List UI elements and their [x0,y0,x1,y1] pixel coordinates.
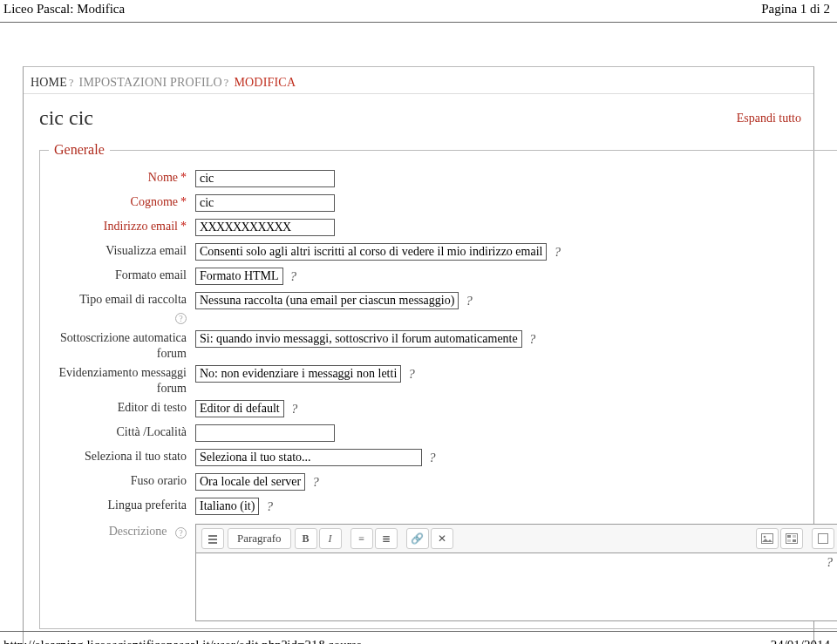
chevron-right-icon: ? [69,77,74,89]
svg-rect-9 [793,539,796,542]
label-cognome-text: Cognome [131,195,178,208]
select-raccolta[interactable]: Nessuna raccolta (una email per ciascun … [195,292,459,309]
chevron-right-icon: ? [224,77,229,89]
editor-textarea[interactable]: ? [195,553,837,621]
help-icon[interactable]: ? [464,294,474,308]
help-icon[interactable]: ? [289,402,300,417]
toolbar-link-icon[interactable]: 🔗 [406,528,429,549]
legend-generale[interactable]: Generale [49,142,110,158]
toolbar-unlink-icon[interactable]: ✕ [431,528,453,549]
tab-home[interactable]: HOME? [29,72,76,93]
footer-date: 24/01/2014 [771,638,830,644]
label-editor: Editor di testo [49,400,195,416]
tab-modifica-label: MODIFICA [234,76,296,89]
label-nome-text: Nome [148,171,178,184]
svg-rect-0 [208,535,217,537]
select-formato-email[interactable]: Formato HTML [195,268,283,285]
user-heading: cic cic [39,106,798,130]
svg-rect-1 [208,539,217,540]
label-email-text: Indirizzo email [104,220,178,233]
input-citta[interactable] [195,424,335,442]
label-fuso: Fuso orario [49,473,195,489]
label-visualizza-email: Visualizza email [49,243,195,259]
tab-modifica[interactable]: MODIFICA [232,72,297,93]
label-cognome: Cognome* [49,194,195,210]
select-stato[interactable]: Seleziona il tuo stato... [195,449,422,466]
toolbar-italic-icon[interactable]: I [319,528,342,549]
help-icon[interactable]: ? [527,332,538,347]
required-icon: * [180,195,187,208]
svg-point-4 [764,536,766,539]
select-evidenziamento[interactable]: No: non evidenziare i messaggi non letti [195,365,401,383]
toolbar-paragraph-select[interactable]: Paragrafo [228,528,291,549]
help-icon[interactable]: ? [427,451,438,465]
help-circle-icon[interactable]: ? [175,313,187,324]
label-raccolta: Tipo email di raccolta ? [49,292,195,308]
label-citta: Città /Località [49,424,195,440]
label-lingua: Lingua preferita [49,498,195,513]
tab-impostazioni-profilo[interactable]: IMPOSTAZIONI PROFILO? [78,72,231,93]
main-panel: HOME? IMPOSTAZIONI PROFILO? MODIFICA cic… [23,66,814,644]
expand-all-link[interactable]: Espandi tutto [737,112,801,125]
editor-toolbar: Paragrafo B I ≡ ≣ 🔗 ✕ [195,524,837,553]
select-sottoscrizione[interactable]: Si: quando invio messaggi, sottoscrivo i… [195,330,522,348]
input-email[interactable] [195,219,335,236]
help-circle-icon[interactable]: ? [175,527,187,539]
help-icon[interactable]: ? [264,499,275,514]
toolbar-numbered-list-icon[interactable]: ≣ [375,528,398,549]
required-icon: * [180,220,187,233]
select-lingua[interactable]: Italiano (it) [195,498,259,515]
label-formato-email: Formato email [49,268,195,283]
toolbar-media-icon[interactable] [780,528,803,549]
select-visualizza-email[interactable]: Consenti solo agli altri iscritti al cor… [195,243,547,261]
help-icon[interactable]: ? [406,367,417,382]
svg-rect-6 [787,535,791,538]
select-editor[interactable]: Editor di default [195,400,284,417]
label-descrizione-text: Descrizione [109,525,167,538]
toolbar-list-icon[interactable]: ≡ [350,528,373,549]
svg-rect-2 [208,542,217,544]
help-icon[interactable]: ? [825,555,835,570]
footer-url: http://elearning.liceoscientificopascal.… [3,638,362,644]
tab-bar: HOME? IMPOSTAZIONI PROFILO? MODIFICA [24,67,813,94]
toolbar-bold-icon[interactable]: B [295,528,317,549]
help-icon[interactable]: ? [552,245,562,260]
help-icon[interactable]: ? [310,475,321,490]
svg-rect-7 [793,535,796,538]
fieldset-generale: Generale Nome* Cognome* [39,142,837,629]
page-title-left: Liceo Pascal: Modifica [3,2,125,17]
input-nome[interactable] [195,170,335,187]
label-raccolta-text: Tipo email di raccolta [79,293,187,306]
label-evidenziamento: Evidenziamento messaggi forum [49,365,195,397]
input-cognome[interactable] [195,194,335,212]
tab-impostazioni-label: IMPOSTAZIONI PROFILO [79,76,222,89]
toolbar-toggle-icon[interactable] [201,528,224,549]
toolbar-image-icon[interactable] [756,528,779,549]
toolbar-fullscreen-icon[interactable] [812,528,834,549]
label-email: Indirizzo email* [49,219,195,234]
page-indicator: Pagina 1 di 2 [761,2,830,17]
footer-divider [0,631,837,632]
header-divider [0,22,837,23]
label-nome: Nome* [49,170,195,186]
required-icon: * [180,171,187,184]
label-sottoscrizione: Sottoscrizione automatica forum [49,330,195,362]
svg-rect-8 [787,539,791,542]
label-stato: Seleziona il tuo stato [49,449,195,464]
select-fuso[interactable]: Ora locale del server [195,473,305,491]
svg-rect-10 [819,534,828,544]
tab-home-label: HOME [31,76,67,89]
label-descrizione: Descrizione ? [49,524,195,539]
help-icon[interactable]: ? [289,269,299,284]
